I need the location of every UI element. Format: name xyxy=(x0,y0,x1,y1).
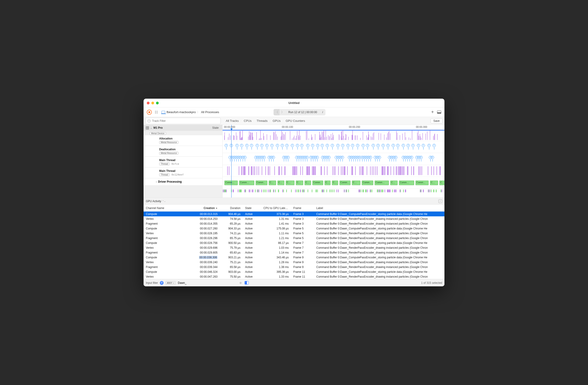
ruler-tick: 00:00.300 xyxy=(416,126,427,128)
panel-name: GPU Activity xyxy=(146,200,161,203)
table-row[interactable]: Compute00:00.013.315904.46 µsActive373.3… xyxy=(144,212,444,216)
track-label: Main Thread xyxy=(159,158,220,162)
track-row[interactable]: Main Thread Thread0x124eef xyxy=(144,167,222,178)
timeline-area: ⌄ M1 Pro State Metal Device Allocation M… xyxy=(144,125,444,198)
track-label: Allocation xyxy=(159,137,220,140)
filter-token-icon[interactable]: ⦿ xyxy=(160,281,164,285)
thread-id: 0xfce xyxy=(171,162,179,165)
table-row[interactable]: Vertex00:00.028.19574.21 µsActive1.11 ms… xyxy=(144,231,444,236)
table-header: Channel Name Creation▲ Duration State CP… xyxy=(144,205,444,212)
laptop-icon xyxy=(162,111,165,114)
col-channel[interactable]: Channel Name xyxy=(144,207,187,210)
zoom-window-button[interactable] xyxy=(156,102,159,104)
tab-gpu-counters[interactable]: GPU Counters xyxy=(286,119,305,122)
table-row[interactable]: Compute00:00.028.756900.50 µsActive86.17… xyxy=(144,240,444,245)
save-button[interactable]: Save xyxy=(430,118,443,123)
state-column-label: State xyxy=(212,126,219,129)
table-row[interactable]: Fragment00:00.028.29665.75 µsActive1.21 … xyxy=(144,236,444,240)
target-breadcrumb[interactable]: fbeaufort-macbookpro 〉 All Processes xyxy=(162,110,219,114)
table-row[interactable]: Fragment00:00.029.80565.83 µsActive1.14 … xyxy=(144,250,444,255)
chevron-right-icon: › xyxy=(156,181,157,183)
ruler-tick: 00:00.100 xyxy=(282,126,293,128)
col-duration[interactable]: Duration xyxy=(220,207,243,210)
inspector-button[interactable]: i xyxy=(439,199,442,203)
col-state[interactable]: State xyxy=(243,207,261,210)
add-instrument-button[interactable]: + xyxy=(431,109,434,115)
footer-filter-input[interactable] xyxy=(178,281,196,285)
toolbar: fbeaufort-macbookpro 〉 All Processes 〈 〉… xyxy=(144,107,444,117)
allocation-track: TTTTTTTTTTTTTTTTTTTTTTTTTTTTTTTTTTTTTTTT… xyxy=(223,141,444,153)
track-row[interactable]: Main Thread Thread0xfce xyxy=(144,156,222,167)
driver-label: Driver Processing xyxy=(158,180,182,183)
panel-toggle-button[interactable] xyxy=(437,111,441,114)
col-latency[interactable]: CPU to GPU Laten… xyxy=(261,207,291,210)
footer-bar: Input filter ⦿ ANY⌄ ⊗ 1 of 315 selected xyxy=(144,279,444,286)
state-track xyxy=(223,130,444,141)
updown-arrows-icon: ⌃⌄ xyxy=(162,200,166,202)
prev-run-button[interactable]: 〈 xyxy=(273,109,279,116)
chevron-right-icon: 〉 xyxy=(197,110,200,114)
next-run-button[interactable]: 〉 xyxy=(279,109,286,116)
main-thread-track-1 xyxy=(223,165,444,177)
cpu-grid-icon xyxy=(146,126,149,129)
tab-gpus[interactable]: GPUs xyxy=(273,119,281,122)
filter-toggle[interactable] xyxy=(245,281,249,285)
deallocation-track: TTTTTTTTTTTTTTTTTTTTTTTTTTTTTTTTTTTTTTTT… xyxy=(223,153,444,165)
pause-button[interactable] xyxy=(155,111,158,114)
filter-bar: All Tracks CPUs Threads GPUs GPU Counter… xyxy=(144,117,444,125)
filter-icon xyxy=(147,119,151,122)
run-info-button[interactable]: i xyxy=(320,110,325,114)
sort-asc-icon: ▲ xyxy=(216,207,217,209)
track-tag: Metal Resource xyxy=(159,141,178,144)
tab-threads[interactable]: Threads xyxy=(256,119,268,122)
table-row[interactable]: Vertex00:00.014.25374.58 µsActive1.31 ms… xyxy=(144,216,444,221)
track-label: Main Thread xyxy=(159,169,220,173)
input-filter-label: Input filter xyxy=(146,281,158,285)
table-row[interactable]: Compute00:00.046.324903.00 µsActive395.3… xyxy=(144,269,444,274)
chevron-down-icon: ⌄ xyxy=(150,127,152,129)
table-row[interactable]: Vertex00:00.047.26375.50 µsActive1.33 ms… xyxy=(144,274,444,279)
col-frame[interactable]: Frame xyxy=(291,207,314,210)
close-window-button[interactable] xyxy=(147,102,149,104)
ruler-tick: 00:00.000 xyxy=(224,126,235,128)
playhead[interactable] xyxy=(231,125,231,197)
clear-filter-button[interactable]: ⊗ xyxy=(239,281,242,285)
track-tag: Metal Resource xyxy=(159,152,178,155)
ruler-tick: 00:00.200 xyxy=(349,126,360,128)
col-creation[interactable]: Creation▲ xyxy=(187,207,220,210)
tab-cpus[interactable]: CPUs xyxy=(244,119,252,122)
record-button[interactable] xyxy=(147,110,152,115)
time-ruler[interactable]: 00:00.000 00:00.100 00:00.200 00:00.300 xyxy=(223,125,444,130)
device-name: M1 Pro xyxy=(153,126,163,129)
table-body: Compute00:00.013.315904.46 µsActive373.3… xyxy=(144,212,444,279)
tab-all-tracks[interactable]: All Tracks xyxy=(226,119,239,122)
thread-id: 0x124eef xyxy=(171,173,184,176)
window-title: Untitled xyxy=(289,101,299,105)
track-label: Deallocation xyxy=(159,148,220,151)
driver-processing-row[interactable]: › Driver Processing xyxy=(144,178,222,185)
track-filter-input[interactable] xyxy=(152,119,219,122)
process-scope: All Processes xyxy=(201,110,219,114)
timeline-chart[interactable]: 00:00.000 00:00.100 00:00.200 00:00.300 … xyxy=(223,125,444,197)
track-tag: Thread xyxy=(159,162,170,165)
main-thread-track-2: Comm…Comm…Comm…C…C…C…C…C…Comm…C…C…Comm…C… xyxy=(223,177,444,189)
table-row[interactable]: Compute00:00.027.260904.33 µsActive175.0… xyxy=(144,226,444,231)
detail-panel-selector[interactable]: GPU Activity ⌃⌄ i xyxy=(144,198,444,205)
titlebar: Untitled xyxy=(144,99,444,107)
track-filter[interactable] xyxy=(145,118,221,124)
table-row[interactable]: Vertex00:00.029.69675.79 µsActive1.03 ms… xyxy=(144,245,444,250)
track-row[interactable]: Allocation Metal Resource xyxy=(144,135,222,146)
traffic-lights xyxy=(147,102,159,104)
table-row[interactable]: Fragment00:00.039.34465.58 µsActive1.38 … xyxy=(144,265,444,269)
device-row[interactable]: ⌄ M1 Pro State xyxy=(144,125,222,131)
track-row[interactable]: Deallocation Metal Resource xyxy=(144,146,222,156)
table-row[interactable]: Compute00:00.038.306903.21 µsActive343.4… xyxy=(144,255,444,260)
table-row[interactable]: Fragment00:00.014.35565.29 µsActive1.41 … xyxy=(144,221,444,226)
col-label[interactable]: Label xyxy=(314,207,444,210)
run-selector: 〈 〉 Run 12 of 12 | 00:00:00 i xyxy=(273,109,325,116)
table-row[interactable]: Vertex00:00.039.24075.21 µsActive1.28 ms… xyxy=(144,260,444,265)
filter-tabs: All Tracks CPUs Threads GPUs GPU Counter… xyxy=(226,119,305,122)
any-selector[interactable]: ANY⌄ xyxy=(165,281,176,285)
minimize-window-button[interactable] xyxy=(151,102,154,104)
track-sidebar: ⌄ M1 Pro State Metal Device Allocation M… xyxy=(144,125,223,197)
